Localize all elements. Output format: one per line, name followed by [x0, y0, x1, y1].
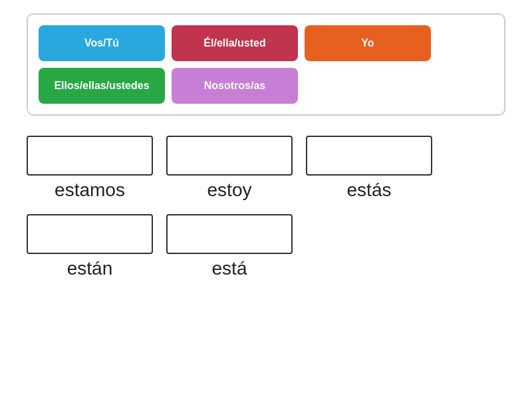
- drop-item-drop-esta: está: [166, 214, 293, 279]
- verb-label-drop-estoy: estoy: [207, 180, 252, 201]
- drag-chip-vos-tu[interactable]: Vos/Tú: [39, 25, 165, 61]
- drop-box-drop-estan[interactable]: [27, 214, 153, 254]
- drop-item-drop-estan: están: [27, 214, 153, 279]
- drag-sources-panel: Vos/TúÉl/ella/ustedYoEllos/ellas/ustedes…: [27, 13, 505, 116]
- drop-box-drop-estas[interactable]: [306, 136, 432, 176]
- drop-item-drop-estas: estás: [306, 136, 432, 201]
- drag-chip-el-ella-usted[interactable]: Él/ella/usted: [172, 25, 298, 61]
- drop-item-drop-estamos: estamos: [27, 136, 153, 201]
- verb-label-drop-esta: está: [212, 258, 247, 279]
- drop-row-1: estánestá: [27, 214, 505, 279]
- verb-label-drop-estamos: estamos: [55, 180, 125, 201]
- drag-chip-ellos-ellas-ustedes[interactable]: Ellos/ellas/ustedes: [39, 68, 165, 104]
- verb-label-drop-estas: estás: [347, 180, 392, 201]
- drag-chip-nosotros-as[interactable]: Nosotros/as: [172, 68, 298, 104]
- drop-box-drop-esta[interactable]: [166, 214, 293, 254]
- drop-row-0: estamosestoyestás: [27, 136, 505, 201]
- verb-label-drop-estan: están: [67, 258, 113, 279]
- drag-chip-yo[interactable]: Yo: [305, 25, 431, 61]
- drop-item-drop-estoy: estoy: [166, 136, 293, 201]
- drop-box-drop-estamos[interactable]: [27, 136, 153, 176]
- drop-targets-grid: estamosestoyestásestánestá: [27, 136, 505, 286]
- drop-box-drop-estoy[interactable]: [166, 136, 293, 176]
